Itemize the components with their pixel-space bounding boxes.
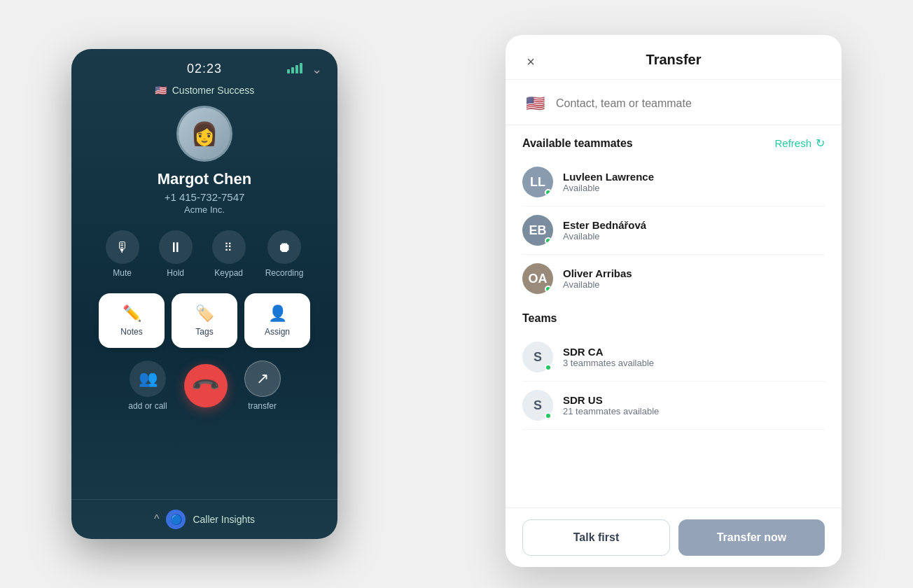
teammates-section-title: Available teammates (522, 137, 633, 150)
notes-card[interactable]: ✏️ Notes (99, 293, 165, 348)
assign-label: Assign (265, 327, 290, 337)
mute-icon: 🎙 (106, 230, 139, 264)
refresh-label: Refresh (774, 137, 811, 149)
call-timer: 02:23 (187, 62, 222, 76)
chevron-down-icon[interactable]: ⌄ (312, 62, 322, 77)
teammate-avatar: EB (522, 215, 553, 246)
tags-icon: 🏷️ (195, 304, 214, 323)
end-call-icon: 📞 (190, 370, 221, 402)
transfer-header: × Transfer (506, 35, 842, 80)
caller-phone: +1 415-732-7547 (165, 191, 245, 203)
team-item[interactable]: S SDR US 21 teammates available (522, 382, 825, 430)
transfer-title: Transfer (646, 52, 702, 68)
hold-button[interactable]: ⏸ Hold (159, 230, 193, 278)
teammate-avatar: OA (522, 263, 553, 294)
caller-name: Margot Chen (158, 170, 251, 188)
signal-icon (287, 63, 302, 74)
teammate-info: Oliver Arribas Available (563, 267, 825, 290)
add-or-call-label: add or call (128, 401, 167, 411)
caller-insights-bar[interactable]: ^ 🔵 Caller Insights (71, 499, 337, 539)
teammate-status: Available (563, 279, 825, 290)
team-count: 21 teammates available (563, 406, 825, 416)
team-avatar: S (522, 390, 553, 421)
keypad-icon: ⠿ (212, 230, 246, 264)
assign-card[interactable]: 👤 Assign (244, 293, 310, 348)
team-status-dot (545, 412, 552, 419)
bottom-actions: 👥 add or call 📞 ↗ transfer (128, 360, 280, 411)
team-status-dot (545, 364, 552, 371)
notes-icon: ✏️ (123, 304, 141, 323)
status-dot (545, 237, 552, 244)
keypad-label: Keypad (214, 268, 243, 278)
transfer-label: transfer (248, 401, 277, 411)
teams-section-header: Teams (522, 312, 825, 325)
teammate-avatar: LL (522, 167, 553, 197)
tags-card[interactable]: 🏷️ Tags (172, 293, 237, 348)
team-info: SDR CA 3 teammates available (563, 346, 825, 368)
insights-icon: 🔵 (166, 510, 186, 529)
transfer-panel: × Transfer 🇺🇸 Available teammates Refres… (506, 35, 842, 567)
teammate-info: Ester Bednářová Available (563, 219, 825, 241)
action-cards: ✏️ Notes 🏷️ Tags 👤 Assign (88, 293, 321, 348)
notes-label: Notes (120, 327, 142, 337)
end-call-button[interactable]: 📞 (184, 364, 228, 407)
transfer-icon: ↗ (244, 360, 281, 397)
add-or-call-icon: 👥 (130, 360, 166, 397)
recording-icon: ⏺ (267, 230, 301, 264)
teammate-name: Luvleen Lawrence (563, 171, 825, 183)
status-dot (545, 286, 552, 293)
search-flag: 🇺🇸 (522, 91, 548, 116)
keypad-button[interactable]: ⠿ Keypad (212, 230, 246, 278)
teammate-status: Available (563, 183, 825, 193)
queue-label: 🇺🇸 Customer Success (155, 85, 254, 96)
add-or-call-button[interactable]: 👥 add or call (128, 360, 167, 411)
status-dot (545, 189, 552, 196)
chevron-up-icon: ^ (154, 513, 160, 526)
hold-label: Hold (167, 268, 184, 278)
teammate-name: Oliver Arribas (563, 267, 825, 279)
teams-section: Teams S SDR CA 3 teammates available S (506, 302, 842, 430)
teammate-name: Ester Bednářová (563, 219, 825, 231)
refresh-icon: ↻ (816, 136, 825, 150)
transfer-button[interactable]: ↗ transfer (244, 360, 281, 411)
teammate-item[interactable]: OA Oliver Arribas Available (522, 255, 825, 302)
recording-button[interactable]: ⏺ Recording (265, 230, 304, 278)
caller-avatar: 👩 (176, 106, 232, 162)
search-input[interactable] (556, 97, 825, 110)
team-item[interactable]: S SDR CA 3 teammates available (522, 333, 825, 382)
caller-company: Acme Inc. (184, 204, 225, 215)
teammates-section: Available teammates Refresh ↻ LL Luvleen… (506, 125, 842, 302)
assign-icon: 👤 (268, 304, 287, 323)
refresh-button[interactable]: Refresh ↻ (774, 136, 825, 150)
team-name: SDR CA (563, 346, 825, 358)
caller-insights-label: Caller Insights (193, 514, 255, 525)
recording-label: Recording (265, 268, 304, 278)
mute-button[interactable]: 🎙 Mute (106, 230, 139, 278)
talk-first-button[interactable]: Talk first (522, 519, 670, 556)
teams-section-title: Teams (522, 312, 557, 325)
teammate-item[interactable]: EB Ester Bednářová Available (522, 206, 825, 255)
team-info: SDR US 21 teammates available (563, 394, 825, 416)
team-avatar: S (522, 342, 553, 372)
teammates-section-header: Available teammates Refresh ↻ (522, 136, 825, 150)
transfer-footer: Talk first Transfer now (506, 507, 842, 567)
transfer-now-button[interactable]: Transfer now (678, 519, 825, 556)
teammate-info: Luvleen Lawrence Available (563, 171, 825, 193)
hold-icon: ⏸ (159, 230, 193, 264)
call-controls: 🎙 Mute ⏸ Hold ⠿ Keypad ⏺ Recording (106, 230, 304, 278)
search-row: 🇺🇸 (506, 80, 842, 125)
flag-icon: 🇺🇸 (155, 85, 167, 96)
mute-label: Mute (113, 268, 132, 278)
teammate-status: Available (563, 231, 825, 241)
team-name: SDR US (563, 394, 825, 406)
phone-top-bar: 02:23 ⌄ (71, 49, 337, 82)
phone-panel: 02:23 ⌄ 🇺🇸 Customer Success 👩 Margot Che… (71, 49, 337, 539)
close-button[interactable]: × (520, 50, 542, 73)
team-count: 3 teammates available (563, 358, 825, 368)
teammate-item[interactable]: LL Luvleen Lawrence Available (522, 158, 825, 206)
tags-label: Tags (195, 327, 213, 337)
